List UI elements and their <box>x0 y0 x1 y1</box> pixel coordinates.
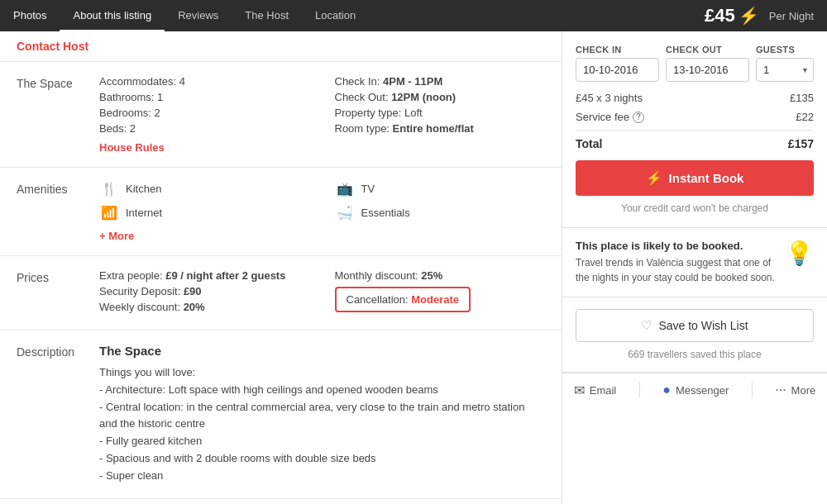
room-type: Room type: Entire home/flat <box>335 122 546 135</box>
house-rules-link[interactable]: House Rules <box>99 141 165 154</box>
tv-icon: 📺 <box>335 181 355 197</box>
cancellation-box: Cancellation: Moderate <box>335 287 471 312</box>
the-space-col1: Accommodates: 4 Bathrooms: 1 Bedrooms: 2… <box>99 75 310 154</box>
contact-host-bar: Contact Host <box>0 31 562 62</box>
contact-host-link[interactable]: Contact Host <box>17 40 88 53</box>
amenity-internet: 📶 Internet <box>99 205 310 221</box>
nav-tab-host[interactable]: The Host <box>232 0 302 31</box>
description-body: Things you will love: - Architecture: Lo… <box>99 364 545 485</box>
bulb-icon: 💡 <box>785 240 814 267</box>
nav-tab-location[interactable]: Location <box>302 0 369 31</box>
more-icon: ··· <box>775 383 786 397</box>
heart-icon: ♡ <box>641 318 652 333</box>
nav-tab-photos[interactable]: Photos <box>0 0 60 31</box>
wish-list-section: ♡ Save to Wish List 669 travellers saved… <box>562 297 827 373</box>
the-space-section: The Space Accommodates: 4 Bathrooms: 1 B… <box>0 62 562 168</box>
save-to-wish-list-button[interactable]: ♡ Save to Wish List <box>576 309 814 342</box>
likely-booked-title: This place is likely to be booked. <box>576 240 775 252</box>
no-charge-text: Your credit card won't be charged <box>576 202 814 214</box>
list-item: - Fully geared kitchen <box>99 433 545 450</box>
action-divider <box>639 382 640 398</box>
service-fee-row: Service fee ? £22 <box>576 111 814 123</box>
instant-book-label: Instant Book <box>669 171 744 185</box>
amenities-more-link[interactable]: + More <box>99 230 134 242</box>
booking-card: Check In Check Out Guests 1 2 3 4 <box>562 31 827 228</box>
top-nav: PhotosAbout this listingReviewsThe HostL… <box>0 0 562 31</box>
messenger-label: Messenger <box>676 384 729 397</box>
list-item: - Architecture: Loft space with high cei… <box>99 382 545 399</box>
nav-tab-about[interactable]: About this listing <box>60 0 165 31</box>
action-item-email[interactable]: ✉Email <box>574 383 617 398</box>
amenity-tv: 📺 TV <box>335 181 546 197</box>
price-header: £45 ⚡ Per Night <box>562 0 827 31</box>
action-item-messenger[interactable]: ●Messenger <box>662 383 729 397</box>
list-item: - Spacious and with 2 double rooms with … <box>99 450 545 468</box>
instant-book-button[interactable]: ⚡ Instant Book <box>576 160 814 196</box>
prices-col2: Monthly discount: 25% Cancellation: Mode… <box>335 269 546 316</box>
kitchen-icon: 🍴 <box>99 181 119 197</box>
wish-list-label: Save to Wish List <box>658 319 748 332</box>
likely-booked-text: This place is likely to be booked. Trave… <box>576 240 775 285</box>
internet-label: Internet <box>126 207 162 219</box>
nav-tab-reviews[interactable]: Reviews <box>165 0 232 31</box>
left-panel: Contact Host The Space Accommodates: 4 B… <box>0 31 562 504</box>
guests-field: Guests 1 2 3 4 <box>756 45 814 82</box>
list-item: - Super clean <box>99 468 545 485</box>
amenities-label: Amenities <box>17 181 99 242</box>
cost-nights-label: £45 x 3 nights <box>576 92 643 104</box>
savers-count-text: 669 travellers saved this place <box>576 349 814 360</box>
messenger-icon: ● <box>662 383 671 397</box>
check-out-field-label: Check Out <box>666 45 749 55</box>
cancellation-value: Moderate <box>411 293 459 306</box>
check-in-input[interactable] <box>576 58 659 82</box>
price-bolt-icon: ⚡ <box>739 6 759 26</box>
amenities-col1: 🍴 Kitchen 📶 Internet + More <box>99 181 310 242</box>
essentials-icon: 🛁 <box>335 205 355 221</box>
description-title: The Space <box>99 344 545 358</box>
check-in-field: Check In <box>576 45 659 82</box>
kitchen-label: Kitchen <box>126 183 161 195</box>
prices-section: Prices Extra people: £9 / night after 2 … <box>0 256 562 330</box>
service-fee-label: Service fee ? <box>576 111 644 123</box>
action-divider <box>752 382 753 398</box>
the-space-label: The Space <box>17 75 99 154</box>
tv-label: TV <box>361 183 375 195</box>
monthly-discount: Monthly discount: 25% <box>335 269 546 282</box>
description-intro: Things you will love: <box>99 364 545 382</box>
instant-book-bolt-icon: ⚡ <box>646 170 662 186</box>
list-item: - Central location: in the central comme… <box>99 399 545 434</box>
prices-col1: Extra people: £9 / night after 2 guests … <box>99 269 310 316</box>
cost-nights-row: £45 x 3 nights £135 <box>576 92 814 104</box>
description-section: Description The Space Things you will lo… <box>0 330 562 499</box>
the-space-col2: Check In: 4PM - 11PM Check Out: 12PM (no… <box>335 75 546 154</box>
right-panel: Check In Check Out Guests 1 2 3 4 <box>562 31 827 504</box>
internet-icon: 📶 <box>99 205 119 221</box>
booking-fields: Check In Check Out Guests 1 2 3 4 <box>576 45 814 82</box>
property-type: Property type: Loft <box>335 107 546 119</box>
essentials-label: Essentials <box>361 207 410 219</box>
check-out-info: Check Out: 12PM (noon) <box>335 91 546 103</box>
accommodates: Accommodates: 4 <box>99 75 310 88</box>
check-out-input[interactable] <box>666 58 749 82</box>
action-item-more[interactable]: ···More <box>775 383 815 397</box>
amenities-section: Amenities 🍴 Kitchen 📶 Internet + More � <box>0 168 562 256</box>
cost-nights-value: £135 <box>790 92 814 104</box>
total-value: £157 <box>788 137 814 150</box>
bedrooms: Bedrooms: 2 <box>99 107 310 119</box>
extra-people: Extra people: £9 / night after 2 guests <box>99 269 310 282</box>
amenity-kitchen: 🍴 Kitchen <box>99 181 310 197</box>
cost-breakdown: £45 x 3 nights £135 Service fee ? £22 To… <box>576 92 814 150</box>
service-fee-info-icon[interactable]: ? <box>633 112 644 123</box>
prices-label: Prices <box>17 269 99 316</box>
guests-field-label: Guests <box>756 45 814 55</box>
price-amount: £45 <box>705 5 735 26</box>
amenity-essentials: 🛁 Essentials <box>335 205 546 221</box>
guests-select[interactable]: 1 2 3 4 <box>756 58 814 82</box>
more-label: More <box>791 384 816 397</box>
check-in-field-label: Check In <box>576 45 659 55</box>
check-in-info: Check In: 4PM - 11PM <box>335 75 546 88</box>
email-icon: ✉ <box>574 383 585 398</box>
description-label: Description <box>17 344 99 485</box>
likely-booked-description: Travel trends in València suggest that o… <box>576 255 775 285</box>
likely-booked-section: This place is likely to be booked. Trave… <box>562 228 827 297</box>
